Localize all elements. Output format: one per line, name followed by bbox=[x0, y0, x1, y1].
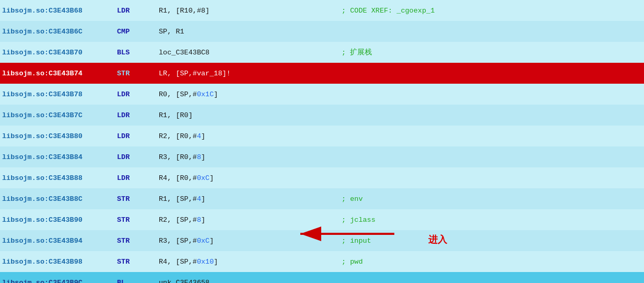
table-row[interactable]: libsojm.so:C3E43B6CCMPSP, R1 bbox=[0, 21, 644, 42]
address-cell: libsojm.so:C3E43B70 bbox=[2, 49, 117, 56]
address-cell: libsojm.so:C3E43B98 bbox=[2, 258, 117, 266]
mnemonic-cell: LDR bbox=[117, 132, 159, 140]
address-cell: libsojm.so:C3E43B7C bbox=[2, 111, 117, 119]
address-cell: libsojm.so:C3E43B80 bbox=[2, 132, 117, 140]
mnemonic-cell: LDR bbox=[117, 153, 159, 161]
mnemonic-cell: BLS bbox=[117, 49, 159, 56]
operands-cell: R2, [R0,#4] bbox=[159, 132, 342, 140]
table-row[interactable]: libsojm.so:C3E43B68LDRR1, [R10,#8]; CODE… bbox=[0, 0, 644, 21]
address-cell: libsojm.so:C3E43B6C bbox=[2, 28, 117, 36]
operands-cell: loc_C3E43BC8 bbox=[159, 49, 342, 56]
table-row[interactable]: libsojm.so:C3E43B88LDRR4, [R0,#0xC] bbox=[0, 167, 644, 188]
table-row[interactable]: libsojm.so:C3E43B94STRR3, [SP,#0xC]; inp… bbox=[0, 230, 644, 251]
table-row[interactable]: libsojm.so:C3E43B90STRR2, [SP,#8]; jclas… bbox=[0, 209, 644, 230]
operands-cell: R3, [SP,#0xC] bbox=[159, 237, 342, 245]
table-row[interactable]: libsojm.so:C3E43B9CBLunk_C3E43658 bbox=[0, 272, 644, 283]
mnemonic-cell: CMP bbox=[117, 28, 159, 36]
enter-label: 进入 bbox=[428, 233, 447, 246]
mnemonic-cell: LDR bbox=[117, 174, 159, 182]
disasm-view: libsojm.so:C3E43B68LDRR1, [R10,#8]; CODE… bbox=[0, 0, 644, 283]
table-row[interactable]: libsojm.so:C3E43B7CLDRR1, [R0] bbox=[0, 105, 644, 126]
address-cell: libsojm.so:C3E43B90 bbox=[2, 216, 117, 224]
operands-cell: R4, [R0,#0xC] bbox=[159, 174, 342, 182]
address-cell: libsojm.so:C3E43B78 bbox=[2, 90, 117, 98]
comment-cell: ; jclass bbox=[342, 216, 644, 224]
operands-cell: R4, [SP,#0x10] bbox=[159, 258, 342, 266]
mnemonic-cell: BL bbox=[117, 279, 159, 284]
comment-cell: ; 扩展栈 bbox=[342, 48, 644, 57]
mnemonic-cell: LDR bbox=[117, 111, 159, 119]
operands-cell: R1, [R10,#8] bbox=[159, 7, 342, 15]
table-row[interactable]: libsojm.so:C3E43B78LDRR0, [SP,#0x1C] bbox=[0, 84, 644, 105]
address-cell: libsojm.so:C3E43B94 bbox=[2, 237, 117, 245]
table-row[interactable]: libsojm.so:C3E43B70BLSloc_C3E43BC8; 扩展栈 bbox=[0, 42, 644, 63]
mnemonic-cell: STR bbox=[117, 216, 159, 224]
comment-cell: ; input bbox=[342, 237, 644, 245]
table-row[interactable]: libsojm.so:C3E43B8CSTRR1, [SP,#4]; env bbox=[0, 188, 644, 209]
operands-cell: R1, [SP,#4] bbox=[159, 195, 342, 203]
mnemonic-cell: STR bbox=[117, 258, 159, 266]
address-cell: libsojm.so:C3E43B74 bbox=[2, 70, 117, 77]
operands-cell: R0, [SP,#0x1C] bbox=[159, 90, 342, 98]
mnemonic-cell: STR bbox=[117, 195, 159, 203]
mnemonic-cell: STR bbox=[117, 237, 159, 245]
address-cell: libsojm.so:C3E43B88 bbox=[2, 174, 117, 182]
operands-cell: R2, [SP,#8] bbox=[159, 216, 342, 224]
comment-cell: ; env bbox=[342, 195, 644, 203]
table-row[interactable]: libsojm.so:C3E43B98STRR4, [SP,#0x10]; pw… bbox=[0, 251, 644, 272]
table-row[interactable]: libsojm.so:C3E43B74STRLR, [SP,#var_18]! bbox=[0, 63, 644, 84]
operands-cell: R3, [R0,#8] bbox=[159, 153, 342, 161]
address-cell: libsojm.so:C3E43B8C bbox=[2, 195, 117, 203]
address-cell: libsojm.so:C3E43B84 bbox=[2, 153, 117, 161]
operands-cell: R1, [R0] bbox=[159, 111, 342, 119]
rows-container: libsojm.so:C3E43B68LDRR1, [R10,#8]; CODE… bbox=[0, 0, 644, 283]
comment-cell: ; CODE XREF: _cgoexp_1 bbox=[342, 7, 644, 15]
operands-cell: SP, R1 bbox=[159, 28, 342, 36]
mnemonic-cell: LDR bbox=[117, 90, 159, 98]
address-cell: libsojm.so:C3E43B9C bbox=[2, 279, 117, 284]
mnemonic-cell: LDR bbox=[117, 7, 159, 15]
operands-cell: unk_C3E43658 bbox=[159, 279, 342, 284]
comment-cell: ; pwd bbox=[342, 258, 644, 266]
address-cell: libsojm.so:C3E43B68 bbox=[2, 7, 117, 15]
operands-cell: LR, [SP,#var_18]! bbox=[159, 70, 342, 77]
table-row[interactable]: libsojm.so:C3E43B80LDRR2, [R0,#4] bbox=[0, 126, 644, 146]
mnemonic-cell: STR bbox=[117, 70, 159, 77]
table-row[interactable]: libsojm.so:C3E43B84LDRR3, [R0,#8] bbox=[0, 146, 644, 167]
